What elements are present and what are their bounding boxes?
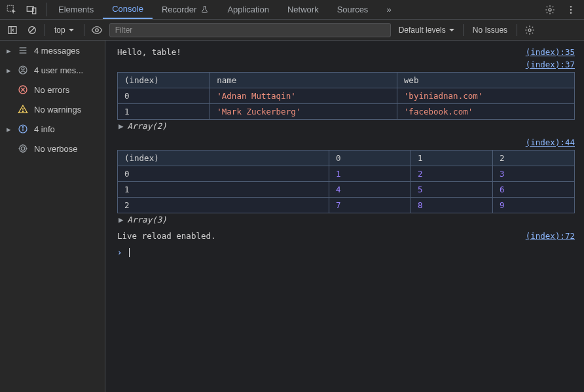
svg-point-22 xyxy=(22,111,23,112)
inspect-element-icon[interactable] xyxy=(4,2,20,18)
source-link[interactable]: (index):72 xyxy=(526,231,575,241)
settings-gear-icon[interactable] xyxy=(542,2,558,18)
log-text: Hello, table! xyxy=(117,47,181,57)
table-row: 1'Mark Zuckerberg''facebook.com' xyxy=(118,104,575,120)
verbose-icon xyxy=(17,143,29,154)
console-output[interactable]: Hello, table! (index):35 (index):37 (ind… xyxy=(105,41,584,392)
table-header[interactable]: name xyxy=(210,73,397,88)
table-header[interactable]: (index) xyxy=(118,73,210,88)
more-tabs-button[interactable]: » xyxy=(377,0,400,19)
sidebar-item-label: 4 info xyxy=(34,124,55,134)
table-cell: 4 xyxy=(329,182,411,198)
table-cell: 1 xyxy=(118,182,329,198)
svg-point-6 xyxy=(570,12,572,13)
table-cell: 'Adnan Muttaqin' xyxy=(210,88,397,104)
sidebar-item-info[interactable]: ▸4 info xyxy=(0,119,105,139)
svg-point-12 xyxy=(528,29,531,31)
table-cell: 3 xyxy=(492,166,574,182)
svg-point-17 xyxy=(22,67,24,70)
levels-label: Default levels xyxy=(399,26,446,35)
flask-icon xyxy=(200,5,209,14)
expander-label: Array(2) xyxy=(128,121,167,131)
execution-context-select[interactable]: top xyxy=(50,24,79,36)
main-area: ▸4 messages▸4 user mes...No errorsNo war… xyxy=(0,41,584,392)
separator xyxy=(517,24,517,36)
array-expander[interactable]: ▶ Array(3) xyxy=(119,215,575,224)
toggle-sidebar-icon[interactable] xyxy=(5,23,20,37)
console-toolbar: top Default levels No Issues xyxy=(0,20,584,41)
svg-rect-2 xyxy=(33,8,36,14)
svg-point-27 xyxy=(20,145,27,152)
svg-line-10 xyxy=(29,27,35,33)
user-icon xyxy=(17,64,29,76)
source-link[interactable]: (index):37 xyxy=(526,60,575,69)
triangle-right-icon: ▸ xyxy=(5,46,12,56)
table-row: 0123 xyxy=(118,166,575,182)
tab-network[interactable]: Network xyxy=(278,0,328,19)
sidebar-item-warn[interactable]: No warnings xyxy=(0,99,105,119)
svg-point-4 xyxy=(570,6,572,7)
tab-elements[interactable]: Elements xyxy=(49,0,103,19)
filter-input[interactable] xyxy=(109,23,391,37)
table-header[interactable]: web xyxy=(397,73,574,88)
chevron-down-icon xyxy=(448,27,455,33)
table-cell: 2 xyxy=(411,166,492,182)
triangle-right-icon: ▶ xyxy=(119,215,124,224)
console-table-2: (index)012012314562789 xyxy=(117,150,575,213)
tab-sources[interactable]: Sources xyxy=(328,0,378,19)
sidebar-item-msg[interactable]: ▸4 messages xyxy=(0,41,105,60)
log-row: Live reload enabled. (index):72 xyxy=(117,231,575,241)
array-expander[interactable]: ▶ Array(2) xyxy=(119,121,575,131)
chevron-down-icon xyxy=(68,27,75,33)
sidebar-item-label: No warnings xyxy=(34,105,81,115)
triangle-right-icon: ▸ xyxy=(5,124,12,134)
console-prompt[interactable]: › xyxy=(117,247,575,257)
table-cell: 'Mark Zuckerberg' xyxy=(210,104,397,120)
kebab-menu-icon[interactable] xyxy=(563,2,579,18)
sidebar-item-label: 4 user mes... xyxy=(34,65,83,75)
table-header[interactable]: 2 xyxy=(492,151,574,166)
tab-application[interactable]: Application xyxy=(218,0,278,19)
table-cell: 2 xyxy=(118,198,329,213)
table-cell: 7 xyxy=(329,198,411,213)
separator xyxy=(84,24,84,36)
table-cell: 8 xyxy=(411,198,492,213)
prompt-caret-icon: › xyxy=(117,247,122,257)
tab-recorder[interactable]: Recorder xyxy=(153,0,218,19)
sidebar-item-label: No errors xyxy=(34,85,69,95)
sidebar-item-verbose[interactable]: No verbose xyxy=(0,139,105,158)
triangle-right-icon: ▸ xyxy=(5,65,12,75)
svg-point-3 xyxy=(549,9,551,11)
separator xyxy=(45,24,45,36)
sidebar-item-label: 4 messages xyxy=(34,46,80,56)
table-header[interactable]: 1 xyxy=(411,151,492,166)
device-toolbar-icon[interactable] xyxy=(24,2,39,18)
tab-console[interactable]: Console xyxy=(103,0,153,19)
source-link[interactable]: (index):44 xyxy=(526,137,575,147)
sidebar-item-user[interactable]: ▸4 user mes... xyxy=(0,60,105,80)
table-cell: 5 xyxy=(411,182,492,198)
expander-label: Array(3) xyxy=(128,215,167,224)
table-header[interactable]: (index) xyxy=(118,151,329,166)
log-text: Live reload enabled. xyxy=(117,231,216,241)
issues-link[interactable]: No Issues xyxy=(469,26,511,35)
sidebar-item-label: No verbose xyxy=(34,144,77,154)
log-levels-select[interactable]: Default levels xyxy=(396,24,458,36)
table-cell: 'byiniadnan.com' xyxy=(397,88,574,104)
sidebar-item-err[interactable]: No errors xyxy=(0,80,105,99)
context-label: top xyxy=(54,26,65,35)
console-settings-gear-icon[interactable] xyxy=(522,23,537,37)
svg-point-5 xyxy=(570,9,572,10)
tabbar-right xyxy=(526,0,584,19)
tabs: ElementsConsoleRecorderApplicationNetwor… xyxy=(49,0,377,19)
warn-icon xyxy=(17,103,29,115)
console-table-1: (index)nameweb0'Adnan Muttaqin''byiniadn… xyxy=(117,72,575,120)
table-row: 2789 xyxy=(118,198,575,213)
source-link[interactable]: (index):35 xyxy=(526,47,575,57)
clear-console-icon[interactable] xyxy=(25,23,39,37)
table-header[interactable]: 0 xyxy=(329,151,411,166)
live-expression-eye-icon[interactable] xyxy=(90,23,104,37)
msg-icon xyxy=(17,45,29,56)
devtools-tabbar: ElementsConsoleRecorderApplicationNetwor… xyxy=(0,0,584,20)
separator xyxy=(463,24,464,36)
